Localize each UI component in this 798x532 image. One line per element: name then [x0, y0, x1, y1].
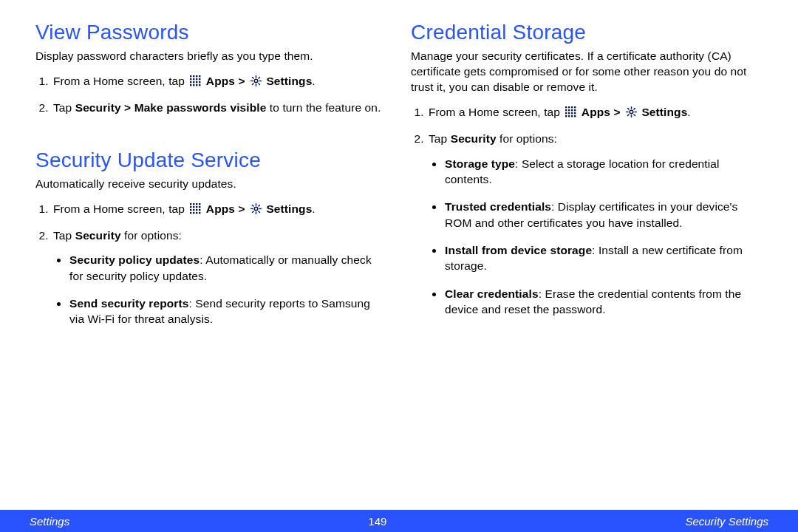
step-text: From a Home screen, tap — [429, 106, 563, 118]
bold-settings: Settings — [641, 106, 687, 118]
svg-rect-22 — [193, 206, 194, 208]
svg-rect-9 — [193, 81, 194, 83]
step-item: From a Home screen, tap Apps > Settings. — [52, 201, 387, 219]
svg-rect-49 — [574, 115, 576, 117]
svg-rect-38 — [565, 109, 567, 111]
svg-rect-1 — [193, 75, 194, 77]
step-text: From a Home screen, tap — [53, 75, 188, 87]
svg-rect-6 — [196, 78, 197, 80]
footer-page-number: 149 — [368, 515, 386, 528]
svg-rect-36 — [571, 106, 573, 108]
svg-rect-14 — [196, 84, 197, 86]
steps-credential-storage: From a Home screen, tap Apps > Settings.… — [411, 104, 763, 318]
svg-rect-31 — [196, 212, 197, 214]
heading-credential-storage: Credential Storage — [411, 21, 763, 44]
step-item: Tap Security for options: Security polic… — [52, 228, 387, 327]
svg-rect-11 — [199, 81, 200, 83]
intro-credential-storage: Manage your security certificates. If a … — [411, 49, 763, 95]
steps-view-passwords: From a Home screen, tap Apps > Settings.… — [35, 73, 387, 116]
steps-security-update: From a Home screen, tap Apps > Settings.… — [35, 201, 387, 327]
step-text: Tap — [429, 132, 451, 145]
svg-rect-18 — [193, 203, 194, 205]
step-suffix: to turn the feature on. — [266, 101, 381, 114]
bullet-item: Storage type: Select a storage location … — [445, 154, 763, 188]
bold-settings: Settings — [266, 75, 312, 87]
svg-rect-46 — [565, 115, 567, 117]
svg-rect-32 — [199, 212, 200, 214]
step-suffix: . — [312, 75, 315, 87]
svg-rect-23 — [196, 206, 197, 208]
step-item: From a Home screen, tap Apps > Settings. — [427, 104, 763, 122]
bold-apps: Apps > — [206, 202, 248, 215]
svg-rect-25 — [190, 209, 191, 211]
svg-rect-2 — [196, 75, 197, 77]
svg-rect-4 — [190, 78, 191, 80]
step-text: Tap — [53, 229, 75, 242]
bullet-bold: Security policy updates — [69, 253, 200, 266]
apps-grid-icon — [189, 75, 202, 91]
svg-rect-27 — [196, 209, 197, 211]
svg-rect-45 — [574, 112, 576, 114]
svg-rect-17 — [190, 203, 191, 205]
step-suffix: . — [312, 202, 315, 215]
svg-rect-29 — [190, 212, 191, 214]
bullet-bold: Trusted credentials — [445, 200, 551, 213]
svg-rect-15 — [199, 84, 200, 86]
svg-rect-5 — [193, 78, 194, 80]
intro-view-passwords: Display password characters briefly as y… — [35, 49, 387, 64]
step-text: From a Home screen, tap — [53, 202, 188, 215]
bullet-bold: Install from device storage — [445, 244, 592, 256]
svg-rect-42 — [565, 112, 567, 114]
bullet-item: Trusted credentials: Display certificate… — [445, 197, 763, 231]
bold-apps: Apps > — [206, 75, 248, 87]
svg-rect-26 — [193, 209, 194, 211]
bullet-list: Storage type: Select a storage location … — [429, 154, 763, 318]
step-item: From a Home screen, tap Apps > Settings. — [52, 73, 387, 91]
bullet-item: Security policy updates: Automatically o… — [69, 250, 387, 284]
step-suffix: . — [687, 106, 690, 118]
footer-left: Settings — [30, 515, 69, 528]
bullet-bold: Clear credentials — [445, 287, 539, 300]
settings-gear-icon — [250, 75, 262, 91]
svg-rect-28 — [199, 209, 200, 211]
heading-view-passwords: View Passwords — [35, 21, 387, 44]
intro-security-update: Automatically receive security updates. — [35, 177, 387, 192]
svg-rect-20 — [199, 203, 200, 205]
svg-rect-30 — [193, 212, 194, 214]
bullet-list: Security policy updates: Automatically o… — [53, 250, 387, 327]
svg-rect-10 — [196, 81, 197, 83]
bold-settings: Settings — [266, 202, 312, 215]
page-footer: Settings 149 Security Settings — [0, 510, 798, 532]
svg-rect-21 — [190, 206, 191, 208]
svg-rect-19 — [196, 203, 197, 205]
svg-rect-48 — [571, 115, 573, 117]
svg-rect-0 — [190, 75, 191, 77]
step-item: Tap Security > Make passwords visible to… — [52, 100, 387, 115]
page-content: View Passwords Display password characte… — [0, 0, 798, 510]
apps-grid-icon — [189, 202, 202, 219]
svg-point-50 — [630, 110, 633, 114]
bullet-item: Clear credentials: Erase the credential … — [445, 284, 763, 318]
bold-security: Security — [75, 229, 121, 242]
heading-security-update: Security Update Service — [35, 149, 387, 172]
left-column: View Passwords Display password characte… — [35, 21, 387, 502]
svg-rect-12 — [190, 84, 191, 86]
step-item: Tap Security for options: Storage type: … — [427, 131, 763, 317]
bullet-bold: Storage type — [445, 157, 515, 170]
settings-gear-icon — [250, 202, 262, 219]
step-text: Tap — [53, 101, 75, 114]
right-column: Credential Storage Manage your security … — [411, 21, 763, 502]
svg-rect-13 — [193, 84, 194, 86]
svg-rect-8 — [190, 81, 191, 83]
footer-right: Security Settings — [685, 515, 768, 528]
step-suffix: for options: — [121, 229, 182, 242]
svg-rect-39 — [568, 109, 570, 111]
svg-rect-37 — [574, 106, 576, 108]
bullet-item: Install from device storage: Install a n… — [445, 241, 763, 274]
step-suffix: for options: — [497, 132, 557, 145]
apps-grid-icon — [565, 106, 577, 122]
svg-rect-35 — [568, 106, 570, 108]
svg-rect-34 — [565, 106, 567, 108]
svg-rect-44 — [571, 112, 573, 114]
svg-point-16 — [254, 79, 258, 83]
